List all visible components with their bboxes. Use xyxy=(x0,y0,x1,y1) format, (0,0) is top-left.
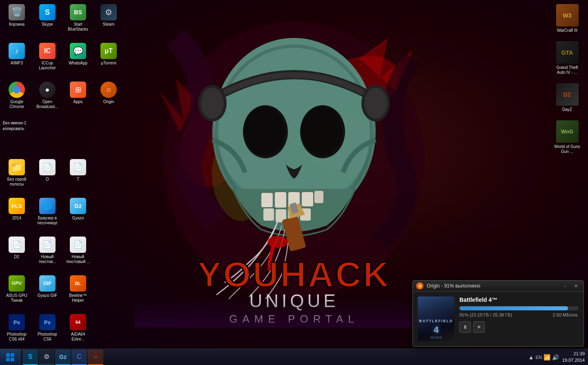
icon-world-of-guns[interactable]: WoG World of Guns Gun ... xyxy=(549,118,585,156)
origin-content: BATTLEFIELD 4 EA DICE Battlefield 4™ 91%… xyxy=(413,292,584,346)
icon-aimp[interactable]: ♪ AIMP3 xyxy=(2,41,31,80)
icon-no-grey-bar[interactable]: 📁 Без серой полосы xyxy=(2,157,31,196)
icon-steam[interactable]: ⚙ Steam xyxy=(94,2,123,41)
icon-chrome[interactable]: Google Chrome xyxy=(2,80,31,118)
keyboard-icon: EN xyxy=(536,355,542,360)
taskbar-gyazo[interactable]: Gz xyxy=(55,350,71,365)
system-tray-icons: ▲ EN 📶 🔊 xyxy=(528,354,559,361)
volume-icon[interactable]: 🔊 xyxy=(552,354,559,361)
icon-asus-gpu[interactable]: GPU ASUS GPU Tweak xyxy=(2,273,31,312)
icon-bluestacks[interactable]: BS Start BlueStacks xyxy=(63,2,93,41)
svg-point-8 xyxy=(214,38,374,209)
svg-point-30 xyxy=(267,236,288,248)
svg-rect-35 xyxy=(6,353,10,357)
origin-minimize-button[interactable]: − xyxy=(561,283,570,289)
icon-browser-sandbox[interactable]: 🌐 Браузер в песочнице xyxy=(33,196,62,234)
icon-aida64[interactable]: 64 AIDA64 Extre... xyxy=(63,312,93,351)
icon-trash[interactable]: 🗑️ Корзина xyxy=(2,2,31,41)
taskbar-skype[interactable]: S xyxy=(22,350,38,365)
svg-rect-36 xyxy=(11,353,14,357)
origin-close-button[interactable]: ✕ xyxy=(571,283,580,289)
svg-rect-18 xyxy=(314,191,323,203)
icon-origin[interactable]: ○ Origin xyxy=(94,80,123,118)
taskbar-steam[interactable]: ⚙ xyxy=(39,350,54,365)
icon-gyazo-gif[interactable]: GIF Gyazo GIF xyxy=(33,273,62,312)
game-title: Battlefield 4™ xyxy=(459,296,579,303)
progress-text: 91% (23.10 ГБ / 25.38 ГБ) xyxy=(459,312,512,317)
taskbar-chrome[interactable]: C xyxy=(71,350,87,365)
start-button[interactable] xyxy=(0,349,20,365)
origin-download-details: Battlefield 4™ 91% (23.10 ГБ / 25.38 ГБ)… xyxy=(459,296,579,341)
icon-dayz[interactable]: DZ DayZ xyxy=(549,81,585,114)
icon-file-o[interactable]: 📄 О xyxy=(33,157,62,196)
icon-apps[interactable]: ⊞ Apps xyxy=(63,80,93,118)
system-clock[interactable]: 21:39 19.07.2014 xyxy=(562,351,585,363)
icon-new-text1[interactable]: 📄 Новый текстов... xyxy=(33,234,62,273)
icon-new-text2[interactable]: 📄 Новый текстовый ... xyxy=(63,234,93,273)
svg-text:YOUHACK: YOUHACK xyxy=(198,254,391,294)
progress-info: 91% (23.10 ГБ / 25.38 ГБ) 2.50 МБ/сек. xyxy=(459,312,579,317)
svg-rect-34 xyxy=(135,295,453,327)
taskbar: S ⚙ Gz C ○ ▲ EN 📶 🔊 21:39 19.07.2014 xyxy=(0,349,588,365)
show-hidden-icons[interactable]: ▲ xyxy=(528,354,534,361)
svg-point-24 xyxy=(201,88,224,119)
icon-obs[interactable]: ● Open Broadcast... xyxy=(33,80,62,118)
bf4-thumbnail: BATTLEFIELD 4 EA DICE xyxy=(418,296,454,341)
svg-rect-17 xyxy=(302,192,313,206)
taskbar-origin[interactable]: ○ xyxy=(88,350,103,365)
download-controls: ⏸ ✕ xyxy=(459,321,579,333)
download-progress-fill xyxy=(459,306,568,310)
unnamed-file-item[interactable]: Без имени-1 копировать xyxy=(2,118,33,157)
origin-app-icon: ⊙ xyxy=(416,282,423,290)
origin-title: Origin - 91% выполнено xyxy=(427,283,561,289)
icon-gta4[interactable]: GTA Grand Theft Auto IV - ... xyxy=(549,39,585,77)
svg-rect-14 xyxy=(261,193,273,207)
origin-titlebar: ⊙ Origin - 91% выполнено − ✕ xyxy=(413,281,584,292)
icon-d2[interactable]: 📄 D2 xyxy=(2,234,31,273)
icon-2014[interactable]: PLS 2014 xyxy=(2,196,31,234)
svg-rect-19 xyxy=(263,208,274,221)
clock-date: 19.07.2014 xyxy=(562,357,585,363)
icon-photoshop-cs6[interactable]: Ps Photoshop CS6 xyxy=(33,312,62,351)
icon-warcraft3[interactable]: W3 WarCraft III xyxy=(549,2,585,35)
icon-skype[interactable]: S Skype xyxy=(33,2,62,41)
icon-gyazo[interactable]: Gz Gyazo xyxy=(63,196,93,234)
pause-button[interactable]: ⏸ xyxy=(459,321,471,333)
origin-window-controls: − ✕ xyxy=(561,283,580,289)
svg-rect-15 xyxy=(275,192,286,208)
desktop-left-icons: 🗑️ Корзина S Skype BS Start BlueStacks ⚙… xyxy=(0,0,118,351)
icon-beeline[interactable]: BL Beeline™ Helper xyxy=(63,273,93,312)
network-icon[interactable]: 📶 xyxy=(543,354,550,361)
taskbar-system-tray: ▲ EN 📶 🔊 21:39 19.07.2014 xyxy=(525,351,588,363)
download-progress-bar xyxy=(459,306,579,310)
taskbar-running-apps: S ⚙ Gz C ○ xyxy=(20,350,105,365)
svg-rect-38 xyxy=(11,358,14,361)
clock-time: 21:39 xyxy=(562,351,585,357)
icon-photoshop-x64[interactable]: Ps Photoshop CS6 x64 xyxy=(2,312,31,351)
download-speed: 2.50 МБ/сек. xyxy=(553,312,579,317)
origin-download-popup: ⊙ Origin - 91% выполнено − ✕ BATTLEFIELD… xyxy=(412,280,584,347)
icon-iccup[interactable]: IC ICCup Launcher xyxy=(33,41,62,80)
icon-file-t[interactable]: 📄 Т xyxy=(63,157,93,196)
icon-utorrent[interactable]: μT μTorrent xyxy=(94,41,123,80)
icon-whatsapp[interactable]: 💬 WhatsApp xyxy=(63,41,93,80)
svg-rect-37 xyxy=(6,358,10,361)
cancel-button[interactable]: ✕ xyxy=(473,321,485,333)
svg-point-13 xyxy=(301,106,342,155)
svg-point-12 xyxy=(244,106,285,155)
svg-point-26 xyxy=(364,88,387,119)
